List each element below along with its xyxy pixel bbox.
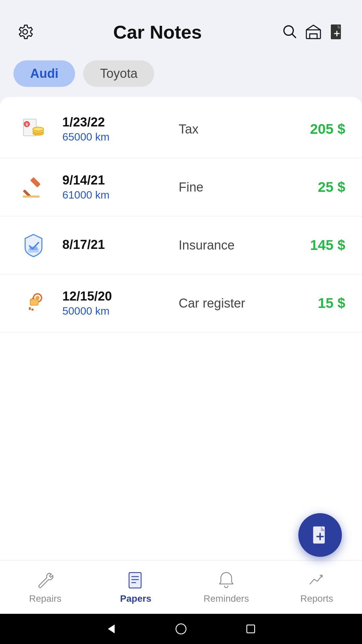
item-amount: 145 $ (285, 237, 345, 253)
fine-icon (17, 170, 50, 204)
svg-point-11 (33, 127, 44, 131)
svg-rect-18 (29, 247, 38, 250)
insurance-icon (17, 228, 50, 262)
nav-papers-label: Papers (120, 593, 151, 604)
list-item[interactable]: 8/17/21 Insurance 145 $ (0, 216, 362, 274)
item-info: 9/14/21 61000 km (62, 173, 169, 201)
svg-rect-22 (29, 307, 31, 310)
nav-reminders[interactable]: Reminders (181, 560, 272, 614)
svg-rect-14 (30, 177, 41, 187)
tab-audi[interactable]: Audi (13, 60, 75, 87)
tax-icon: $ (17, 112, 50, 146)
add-paper-fab[interactable] (298, 513, 342, 557)
item-type: Insurance (179, 238, 285, 253)
page-title: Car Notes (37, 21, 278, 43)
nav-repairs[interactable]: Repairs (0, 560, 90, 614)
recents-button[interactable] (243, 621, 259, 637)
svg-rect-23 (32, 309, 34, 311)
bottom-nav: Repairs Papers Reminders (0, 560, 362, 614)
item-info: 12/15/20 50000 km (62, 289, 169, 317)
item-date: 8/17/21 (62, 237, 169, 252)
item-date: 12/15/20 (62, 289, 169, 304)
item-info: 8/17/21 (62, 237, 169, 253)
svg-point-34 (176, 624, 186, 634)
list-item[interactable]: 12/15/20 50000 km Car register 15 $ (0, 274, 362, 332)
list-item[interactable]: 9/14/21 61000 km Fine 25 $ (0, 158, 362, 216)
papers-list: $ 1/23/22 65000 km Tax 205 $ 9/14/21 610… (0, 97, 362, 560)
svg-rect-35 (247, 625, 254, 633)
svg-text:$: $ (26, 122, 28, 126)
item-info: 1/23/22 65000 km (62, 115, 169, 143)
search-button[interactable] (278, 20, 302, 44)
item-type: Car register (179, 296, 285, 311)
item-amount: 15 $ (285, 295, 345, 311)
back-button[interactable] (103, 621, 119, 637)
header: Car Notes (0, 0, 362, 54)
tab-toyota[interactable]: Toyota (83, 60, 154, 87)
item-type: Fine (179, 180, 285, 195)
car-tabs: Audi Toyota (0, 54, 362, 97)
wrench-icon (36, 571, 55, 591)
car-register-icon (17, 286, 50, 320)
nav-reports-label: Reports (300, 593, 333, 604)
bell-icon (217, 571, 236, 591)
svg-rect-16 (23, 196, 40, 198)
nav-repairs-label: Repairs (29, 593, 61, 604)
settings-button[interactable] (13, 20, 37, 44)
garage-button[interactable] (302, 20, 325, 44)
svg-point-25 (30, 299, 32, 301)
item-km: 65000 km (62, 131, 169, 143)
item-date: 9/14/21 (62, 173, 169, 187)
list-item[interactable]: $ 1/23/22 65000 km Tax 205 $ (0, 100, 362, 158)
nav-papers[interactable]: Papers (90, 560, 181, 614)
home-button[interactable] (173, 621, 189, 637)
item-type: Tax (179, 122, 285, 137)
item-amount: 25 $ (285, 179, 345, 195)
reports-icon (307, 571, 326, 591)
nav-reports[interactable]: Reports (272, 560, 362, 614)
item-km: 61000 km (62, 189, 169, 201)
item-amount: 205 $ (285, 121, 345, 137)
svg-marker-33 (108, 625, 115, 634)
nav-reminders-label: Reminders (203, 593, 249, 604)
svg-rect-29 (129, 573, 141, 588)
papers-icon (126, 571, 145, 591)
item-date: 1/23/22 (62, 115, 169, 129)
item-km: 50000 km (62, 305, 169, 317)
android-nav-bar (0, 614, 362, 644)
add-document-header-button[interactable] (325, 20, 349, 44)
